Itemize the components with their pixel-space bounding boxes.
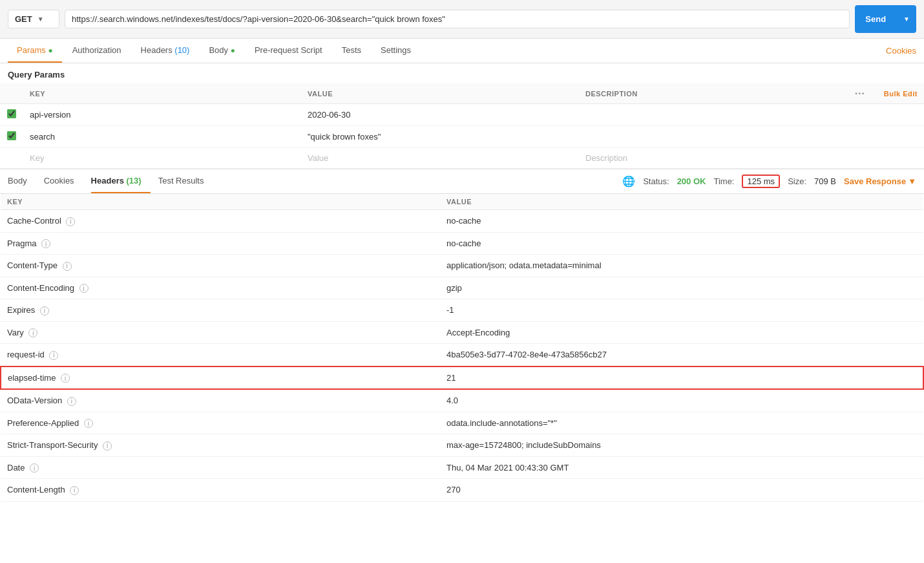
res-tab-testresults-label: Test Results [158,176,204,186]
header-value-0: no-cache [440,210,923,233]
info-icon-9[interactable]: i [84,419,93,428]
tab-settings-label: Settings [381,45,411,55]
cookies-link[interactable]: Cookies [886,46,916,56]
header-row-6: request-id i4ba505e3-5d77-4702-8e4e-473a… [1,344,923,366]
send-button[interactable]: Send ▼ [855,5,916,33]
header-value-10: max-age=15724800; includeSubDomains [440,434,923,457]
save-response-button[interactable]: Save Response ▼ [844,176,916,186]
info-icon-0[interactable]: i [66,217,75,226]
param-check-2[interactable] [7,131,16,140]
res-tab-body-label: Body [8,176,27,186]
param-desc-2[interactable] [579,126,846,148]
header-key-5: Vary i [1,321,440,344]
response-meta: 🌐 Status: 200 OK Time: 125 ms Size: 709 … [622,175,916,188]
param-value-placeholder[interactable]: Value [308,153,328,163]
header-row-1: Pragma ino-cache [1,232,923,255]
param-value-1[interactable]: 2020-06-30 [301,104,579,126]
header-row-3: Content-Encoding igzip [1,277,923,299]
header-key-0: Cache-Control i [1,210,440,233]
info-icon-2[interactable]: i [63,262,72,271]
headers-col-key: KEY [1,194,440,210]
info-icon-12[interactable]: i [70,486,79,495]
header-row-4: Expires i-1 [1,299,923,322]
param-key-1[interactable]: api-version [23,104,301,126]
header-value-11: Thu, 04 Mar 2021 00:43:30 GMT [440,456,923,479]
response-tabs: Body Cookies Headers (13) Test Results 🌐… [0,169,924,194]
status-label: Status: [643,176,669,186]
params-col-check [0,83,23,104]
save-response-label: Save Response [844,176,906,186]
tab-settings[interactable]: Settings [372,39,420,63]
params-col-value: VALUE [301,83,579,104]
tab-prerequest[interactable]: Pre-request Script [246,39,331,63]
save-response-chevron-icon: ▼ [908,176,916,186]
info-icon-10[interactable]: i [103,441,112,451]
tab-headers-label: Headers [141,45,175,55]
header-key-1: Pragma i [1,232,440,255]
info-icon-1[interactable]: i [41,239,50,248]
header-row-10: Strict-Transport-Security imax-age=15724… [1,434,923,457]
tab-authorization-label: Authorization [72,45,121,55]
param-value-2[interactable]: "quick brown foxes" [301,126,579,148]
info-icon-5[interactable]: i [28,328,37,337]
res-tab-testresults[interactable]: Test Results [158,169,213,193]
query-params-label: Query Params [0,63,924,83]
tab-params-label: Params [17,45,48,55]
tab-tests-label: Tests [342,45,361,55]
method-select[interactable]: GET ▼ [8,10,59,28]
method-label: GET [15,14,32,24]
url-input[interactable] [65,10,850,28]
info-icon-8[interactable]: i [67,397,76,406]
tab-params[interactable]: Params ● [8,39,62,63]
header-key-8: OData-Version i [1,389,440,412]
res-tab-body[interactable]: Body [8,169,36,193]
url-bar: GET ▼ Send ▼ [0,0,924,39]
param-row-empty: Key Value Description [0,148,924,169]
header-value-12: 270 [440,479,923,502]
res-tab-headers[interactable]: Headers (13) [91,169,151,193]
header-row-0: Cache-Control ino-cache [1,210,923,233]
header-row-2: Content-Type iapplication/json; odata.me… [1,255,923,277]
header-row-8: OData-Version i4.0 [1,389,923,412]
params-bulk-edit[interactable]: Bulk Edit [872,83,924,104]
header-key-4: Expires i [1,299,440,322]
header-value-2: application/json; odata.metadata=minimal [440,255,923,277]
header-key-12: Content-Length i [1,479,440,502]
params-col-more: ⋯ [846,83,872,104]
header-row-5: Vary iAccept-Encoding [1,321,923,344]
send-arrow-icon[interactable]: ▼ [897,11,916,27]
header-key-7: elapsed-time i [1,366,440,390]
time-value: 125 ms [742,175,780,188]
param-key-2[interactable]: search [23,126,301,148]
param-check-1[interactable] [7,109,16,118]
info-icon-4[interactable]: i [40,306,49,315]
tab-authorization[interactable]: Authorization [63,39,131,63]
header-value-7: 21 [440,366,923,390]
params-col-key: KEY [23,83,301,104]
param-key-placeholder[interactable]: Key [30,153,44,163]
res-tab-cookies[interactable]: Cookies [44,169,83,193]
method-chevron-icon: ▼ [37,16,44,23]
bulk-edit-label[interactable]: Bulk Edit [884,90,918,98]
tab-body-badge: ● [231,46,235,55]
tab-headers[interactable]: Headers (10) [132,39,199,63]
header-key-6: request-id i [1,344,440,366]
param-desc-placeholder[interactable]: Description [585,153,627,163]
header-key-3: Content-Encoding i [1,277,440,299]
tab-body-label: Body [209,45,230,55]
size-label: Size: [788,176,806,186]
tab-body[interactable]: Body ● [200,39,244,63]
tab-headers-badge: (10) [174,45,189,55]
param-row-1: api-version 2020-06-30 [0,104,924,126]
tab-tests[interactable]: Tests [333,39,370,63]
param-desc-1[interactable] [579,104,846,126]
header-value-5: Accept-Encoding [440,321,923,344]
info-icon-11[interactable]: i [30,463,39,473]
header-value-9: odata.include-annotations="*" [440,412,923,434]
header-value-6: 4ba505e3-5d77-4702-8e4e-473a5856cb27 [440,344,923,366]
info-icon-6[interactable]: i [49,351,58,360]
info-icon-7[interactable]: i [61,374,70,383]
info-icon-3[interactable]: i [79,284,89,293]
res-tab-headers-count: (13) [127,176,142,186]
params-more-icon[interactable]: ⋯ [854,88,865,99]
